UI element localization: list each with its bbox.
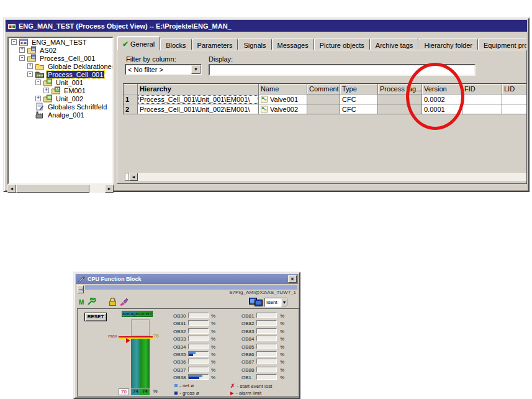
- column-header-type[interactable]: Type: [340, 84, 378, 94]
- cell-name[interactable]: Valve001: [259, 94, 307, 104]
- scroll-left-button[interactable]: ◄: [7, 185, 16, 193]
- cell-hierarchy[interactable]: Process_Cell_001\Unit_001\EM001\: [138, 94, 259, 104]
- dock-handle-button[interactable]: ⊣: [77, 285, 84, 293]
- cell-comment[interactable]: [307, 104, 340, 114]
- tab-parameters[interactable]: Parameters: [192, 39, 238, 50]
- column-header-hierarchy[interactable]: Hierarchy: [138, 84, 259, 94]
- brush-icon[interactable]: [119, 298, 128, 306]
- column-header-fid[interactable]: FID: [462, 84, 502, 94]
- cpu-function-block-window: CPU Function Block × ⊣ S7Prg_AMI@X2\AS_T…: [73, 272, 300, 399]
- tree-item-label[interactable]: Process_Cell_001: [38, 55, 96, 62]
- chevron-down-icon[interactable]: ▼: [191, 65, 201, 74]
- tree-item-label[interactable]: Unit_002: [55, 95, 84, 103]
- column-header-comment[interactable]: Comment: [307, 84, 340, 94]
- collapse-icon[interactable]: -: [27, 71, 33, 77]
- ob-load-bar-ob36: [188, 359, 209, 364]
- tree-item-globales-schriftfeld[interactable]: Globales Schriftfeld: [9, 103, 112, 111]
- expand-icon[interactable]: +: [35, 96, 41, 101]
- tree-item-label[interactable]: AS02: [38, 47, 58, 54]
- tree-item-eng-man-test[interactable]: -ENG_MAN_TEST: [9, 38, 112, 46]
- cpu-title-bar[interactable]: CPU Function Block ×: [76, 274, 298, 284]
- main-title-bar[interactable]: ENG_MAN_TEST (Process Object View) -- E:…: [6, 20, 527, 32]
- cell-hierarchy[interactable]: Process_Cell_001\Unit_002\EM001\: [138, 104, 259, 114]
- cell-comment[interactable]: [307, 94, 340, 104]
- tree-horizontal-scrollbar[interactable]: ◄ ►: [7, 185, 114, 193]
- scroll-track[interactable]: [89, 185, 105, 193]
- cell-fid[interactable]: [462, 94, 502, 104]
- tree-item-process-cell-001[interactable]: -Process_Cell_001: [9, 70, 112, 78]
- tree-item-as02[interactable]: +AS02: [9, 46, 112, 54]
- tree-item-unit-001[interactable]: -Unit_001: [9, 78, 112, 86]
- tab-picture-objects[interactable]: Picture objects: [314, 39, 370, 50]
- ob-label-ob31: OB31: [173, 321, 187, 326]
- cell-text: 2: [125, 106, 129, 113]
- reset-button[interactable]: RESET: [84, 313, 107, 321]
- expand-icon[interactable]: +: [27, 63, 33, 69]
- tab-archive-tags[interactable]: Archive tags: [370, 39, 419, 50]
- lock-icon[interactable]: [108, 298, 117, 306]
- net-square-icon: [174, 384, 178, 387]
- status-band: [85, 285, 297, 290]
- cell-name[interactable]: Valve002: [259, 104, 307, 114]
- column-header-name[interactable]: Name: [259, 84, 307, 94]
- tree-item-em001[interactable]: +EM001: [9, 86, 112, 94]
- ob-load-bar-ob34: [188, 344, 209, 349]
- tab-messages[interactable]: Messages: [272, 39, 314, 50]
- tree-item-label[interactable]: Globale Deklarationen: [47, 63, 114, 70]
- table-horizontal-scrollbar[interactable]: ◄: [125, 173, 527, 181]
- tab-label: Equipment properties: [484, 42, 526, 49]
- expand-icon[interactable]: +: [43, 88, 49, 93]
- tab-signals[interactable]: Signals: [238, 39, 271, 50]
- tab-equipment-properties[interactable]: Equipment properties: [478, 39, 526, 50]
- scroll-thumb[interactable]: [16, 185, 89, 193]
- chevron-down-icon[interactable]: ▼: [281, 298, 287, 306]
- cell-type[interactable]: CFC: [340, 104, 378, 114]
- table-row[interactable]: 1Process_Cell_001\Unit_001\EM001\Valve00…: [124, 94, 527, 104]
- tree-item-label[interactable]: EM001: [63, 87, 87, 94]
- cell-num[interactable]: 1: [124, 94, 138, 104]
- cpu-program-path: S7Prg_AMI@X2\AS_TUW7_1: [229, 290, 296, 295]
- cell-lid[interactable]: [502, 104, 527, 114]
- monitor-mode-icon[interactable]: M: [79, 299, 84, 306]
- tab-label: Blocks: [166, 42, 186, 49]
- cell-type[interactable]: CFC: [340, 94, 378, 104]
- scroll-track[interactable]: [138, 173, 527, 181]
- table-row[interactable]: 2Process_Cell_001\Unit_002\EM001\Valve00…: [124, 104, 527, 114]
- tree-item-label[interactable]: Analge_001: [47, 111, 86, 119]
- column-header-lid[interactable]: LID: [502, 84, 527, 94]
- gross-square-icon: [174, 392, 178, 395]
- expand-icon[interactable]: +: [19, 47, 25, 53]
- tree-item-process-cell-001[interactable]: -Process_Cell_001: [9, 54, 112, 62]
- project-tree[interactable]: -ENG_MAN_TEST+AS02-Process_Cell_001+Glob…: [7, 37, 114, 185]
- tree-item-globale-deklarationen[interactable]: +Globale Deklarationen: [9, 62, 112, 70]
- scroll-left-button[interactable]: ◄: [129, 173, 138, 181]
- simatic-manager-window: ENG_MAN_TEST (Process Object View) -- E:…: [3, 17, 530, 192]
- tree-item-label[interactable]: Unit_001: [55, 79, 84, 86]
- ident-dropdown[interactable]: Ident ▼: [264, 298, 288, 307]
- collapse-icon[interactable]: -: [35, 80, 41, 85]
- tree-item-unit-002[interactable]: +Unit_002: [9, 94, 112, 103]
- tab-strip: ✔GeneralBlocksParametersSignalsMessagesP…: [117, 36, 526, 50]
- cell-lid[interactable]: [502, 94, 527, 104]
- cell-text: CFC: [342, 96, 356, 103]
- collapse-icon[interactable]: -: [11, 39, 17, 45]
- collapse-icon[interactable]: -: [19, 55, 25, 61]
- tree-item-label[interactable]: ENG_MAN_TEST: [30, 39, 88, 46]
- tree-item-analge-001[interactable]: Analge_001: [9, 111, 112, 119]
- tab-blocks[interactable]: Blocks: [160, 39, 191, 50]
- scroll-right-button[interactable]: ►: [105, 185, 114, 193]
- ob-load-bar-ob81: [256, 313, 277, 318]
- tree-item-label[interactable]: Globales Schriftfeld: [47, 103, 108, 111]
- network-monitors-icon[interactable]: [249, 298, 263, 306]
- cell-fid[interactable]: [462, 104, 502, 114]
- filter-combobox[interactable]: < No filter > ▼: [125, 64, 202, 75]
- ob-label-ob32: OB32: [173, 329, 187, 334]
- close-icon[interactable]: ×: [288, 275, 297, 283]
- column-header-rownum[interactable]: [124, 84, 138, 94]
- tab-general[interactable]: ✔General: [117, 36, 160, 50]
- percent-label: %: [280, 336, 284, 342]
- wrench-icon[interactable]: [87, 298, 96, 306]
- tab-hierarchy-folder[interactable]: Hierarchy folder: [418, 39, 478, 50]
- tree-item-label[interactable]: Process_Cell_001: [47, 71, 104, 78]
- cell-num[interactable]: 2: [124, 104, 138, 114]
